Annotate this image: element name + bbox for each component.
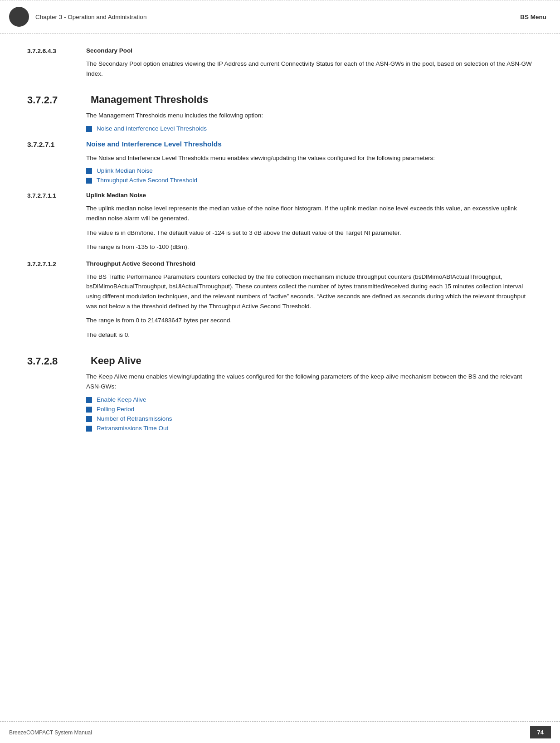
link-retransmissions-time-out[interactable]: Retransmissions Time Out xyxy=(97,425,168,432)
section-num-3726: 3.7.2.6.4.3 xyxy=(27,47,86,54)
page-footer: BreezeCOMPACT System Manual 74 xyxy=(0,721,560,743)
section-3726: 3.7.2.6.4.3 Secondary Pool The Secondary… xyxy=(27,47,533,78)
list-item: Enable Keep Alive xyxy=(86,396,533,403)
link-polling-period[interactable]: Polling Period xyxy=(97,406,134,413)
chapter-title: Chapter 3 - Operation and Administration xyxy=(35,14,146,20)
bullet-icon xyxy=(86,426,92,432)
bullet-list-328: Enable Keep Alive Polling Period Number … xyxy=(86,396,533,432)
bullet-icon xyxy=(86,126,92,132)
section-body-32711-1: The uplink median noise level represents… xyxy=(86,204,533,223)
section-heading-row-32711: 3.7.2.7.1.1 Uplink Median Noise xyxy=(27,192,533,199)
section-label: BS Menu xyxy=(520,14,546,20)
bullet-icon xyxy=(86,178,92,184)
section-body-32712-3: The default is 0. xyxy=(86,330,533,340)
section-body-3726: The Secondary Pool option enables viewin… xyxy=(86,59,533,78)
section-title-32712: Throughput Active Second Threshold xyxy=(86,260,195,267)
page-header: Chapter 3 - Operation and Administration… xyxy=(0,0,560,34)
section-body-3271: The Noise and Interference Level Thresho… xyxy=(86,153,533,163)
list-item: Retransmissions Time Out xyxy=(86,425,533,432)
link-throughput-active[interactable]: Throughput Active Second Threshold xyxy=(97,177,197,184)
section-3271: 3.7.2.7.1 Noise and Interference Level T… xyxy=(27,140,533,184)
section-heading-row-328: 3.7.2.8 Keep Alive xyxy=(27,355,533,367)
chapter-icon xyxy=(9,7,29,27)
section-heading-row-327: 3.7.2.7 Management Thresholds xyxy=(27,94,533,106)
header-left: Chapter 3 - Operation and Administration xyxy=(9,7,146,27)
section-heading-row-32712: 3.7.2.7.1.2 Throughput Active Second Thr… xyxy=(27,260,533,267)
footer-product-name: BreezeCOMPACT System Manual xyxy=(9,729,92,736)
main-content: 3.7.2.6.4.3 Secondary Pool The Secondary… xyxy=(0,34,560,476)
list-item: Uplink Median Noise xyxy=(86,167,533,174)
section-32712: 3.7.2.7.1.2 Throughput Active Second Thr… xyxy=(27,260,533,340)
link-uplink-median[interactable]: Uplink Median Noise xyxy=(97,167,153,174)
section-body-328: The Keep Alive menu enables viewing/upda… xyxy=(86,372,533,391)
link-enable-keep-alive[interactable]: Enable Keep Alive xyxy=(97,396,146,403)
bullet-icon xyxy=(86,407,92,413)
section-heading-row-3726: 3.7.2.6.4.3 Secondary Pool xyxy=(27,47,533,54)
bullet-list-327: Noise and Interference Level Thresholds xyxy=(86,125,533,132)
section-327: 3.7.2.7 Management Thresholds The Manage… xyxy=(27,94,533,132)
list-item: Noise and Interference Level Thresholds xyxy=(86,125,533,132)
list-item: Number of Retransmissions xyxy=(86,415,533,422)
bullet-icon xyxy=(86,397,92,403)
list-item: Throughput Active Second Threshold xyxy=(86,177,533,184)
page-number: 74 xyxy=(530,726,551,738)
section-328: 3.7.2.8 Keep Alive The Keep Alive menu e… xyxy=(27,355,533,431)
section-heading-row-3271: 3.7.2.7.1 Noise and Interference Level T… xyxy=(27,140,533,149)
bullet-icon xyxy=(86,416,92,422)
section-title-3726: Secondary Pool xyxy=(86,47,132,54)
section-num-3271: 3.7.2.7.1 xyxy=(27,140,86,149)
section-num-32712: 3.7.2.7.1.2 xyxy=(27,260,86,267)
section-title-327: Management Thresholds xyxy=(91,94,208,106)
link-noise-interference[interactable]: Noise and Interference Level Thresholds xyxy=(97,125,207,132)
section-title-3271: Noise and Interference Level Thresholds xyxy=(86,140,222,148)
bullet-icon xyxy=(86,168,92,174)
section-body-32712-2: The range is from 0 to 2147483647 bytes … xyxy=(86,316,533,325)
section-num-32711: 3.7.2.7.1.1 xyxy=(27,192,86,199)
section-body-32711-2: The value is in dBm/tone. The default va… xyxy=(86,228,533,238)
list-item: Polling Period xyxy=(86,406,533,413)
bullet-list-3271: Uplink Median Noise Throughput Active Se… xyxy=(86,167,533,184)
section-num-328: 3.7.2.8 xyxy=(27,355,91,367)
link-number-retransmissions[interactable]: Number of Retransmissions xyxy=(97,415,172,422)
section-body-327: The Management Thresholds menu includes … xyxy=(86,111,533,121)
section-num-327: 3.7.2.7 xyxy=(27,94,91,106)
section-body-32712-1: The BS Traffic Performance Parameters co… xyxy=(86,272,533,311)
section-32711: 3.7.2.7.1.1 Uplink Median Noise The upli… xyxy=(27,192,533,252)
section-body-32711-3: The range is from -135 to -100 (dBm). xyxy=(86,242,533,252)
section-title-32711: Uplink Median Noise xyxy=(86,192,146,199)
section-title-328: Keep Alive xyxy=(91,355,141,367)
